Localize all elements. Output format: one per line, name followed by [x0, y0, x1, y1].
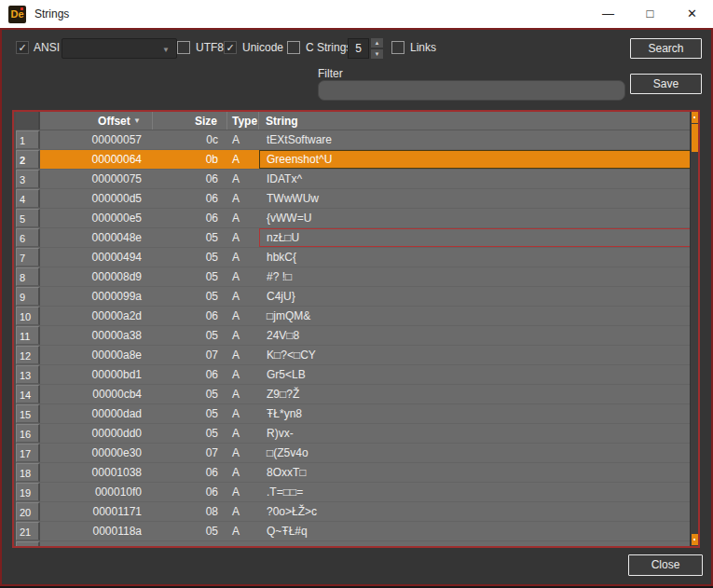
cell-offset[interactable]: 00000bd1 [40, 365, 153, 384]
cell-size[interactable]: 06 [153, 307, 227, 325]
row-number[interactable]: 10 [16, 307, 40, 325]
cell-size[interactable]: 06 [153, 483, 227, 501]
header-string[interactable]: String [259, 112, 698, 130]
cell-size[interactable]: 05 [153, 522, 227, 540]
cell-type[interactable]: A [227, 130, 259, 149]
table-row[interactable]: 5 000000e5 06 A {vWW=U [16, 209, 698, 228]
cell-string[interactable]: nzŁ□U [259, 228, 698, 247]
cell-string[interactable]: □(Z5v4o [259, 444, 698, 462]
cell-type[interactable]: A [227, 385, 259, 403]
table-row[interactable]: 4 000000d5 06 A TWwWUw [16, 189, 698, 209]
cell-offset[interactable]: 000008d9 [40, 267, 153, 286]
table-row[interactable]: 2 00000064 0b A Greenshot^U [16, 150, 698, 170]
cell-size[interactable]: 05 [153, 287, 227, 306]
header-offset[interactable]: Offset ▼ [40, 112, 153, 130]
cell-type[interactable]: A [227, 287, 259, 306]
table-row[interactable]: 8 000008d9 05 A #? !□ [16, 267, 698, 287]
cell-type[interactable]: A [227, 522, 259, 540]
cell-type[interactable]: A [227, 248, 259, 267]
cell-size[interactable]: 05 [153, 228, 227, 247]
table-row[interactable]: 11 00000a38 05 A 24V□8 [16, 326, 698, 346]
header-size[interactable]: Size [153, 112, 227, 130]
cell-string[interactable]: 24V□8 [259, 326, 698, 345]
cell-size[interactable]: 0c [153, 130, 227, 149]
cell-offset[interactable]: 00000cb4 [40, 385, 153, 403]
cell-offset[interactable]: 0000099a [40, 287, 153, 306]
cell-string[interactable]: S [259, 541, 698, 546]
minimize-button[interactable]: — [587, 0, 629, 28]
row-number[interactable]: 22 [16, 541, 40, 546]
cell-string[interactable]: TWwWUw [259, 189, 698, 208]
table-row[interactable]: 21 0000118a 05 A Q~ŦŁ#q [16, 522, 698, 541]
row-number[interactable]: 21 [16, 522, 40, 540]
cell-type[interactable]: A [227, 209, 259, 227]
maximize-button[interactable]: □ [629, 0, 671, 28]
cell-size[interactable]: 05 [153, 424, 227, 443]
cell-type[interactable]: A [227, 267, 259, 286]
cell-offset[interactable]: 00000a38 [40, 326, 153, 345]
search-button[interactable]: Search [630, 38, 702, 59]
table-row[interactable]: 15 00000dad 05 A ŦŁ*yn8 [16, 404, 698, 424]
cell-offset[interactable]: 000000d5 [40, 189, 153, 208]
cell-offset[interactable]: 000011a0 [40, 541, 153, 546]
cstrings-checkbox[interactable] [287, 41, 300, 54]
row-number[interactable]: 7 [16, 248, 40, 267]
row-number[interactable]: 17 [16, 444, 40, 462]
ansi-checkbox[interactable]: ✓ [16, 41, 29, 54]
cell-string[interactable]: #? !□ [259, 267, 698, 286]
min-length-value[interactable]: 5 [348, 38, 369, 59]
stepper-up-icon[interactable]: ▲ [371, 38, 383, 48]
cell-string[interactable]: IDATx^ [259, 170, 698, 188]
table-row[interactable]: 12 00000a8e 07 A K□?<□CY [16, 346, 698, 365]
stepper-down-icon[interactable]: ▼ [371, 49, 383, 59]
cell-string[interactable]: C4jU} [259, 287, 698, 306]
cell-string[interactable]: hbkC{ [259, 248, 698, 267]
table-row[interactable]: 16 00000dd0 05 A R)vx- [16, 424, 698, 444]
cell-size[interactable]: 07 [153, 444, 227, 462]
table-row[interactable]: 19 000010f0 06 A .T=□□= [16, 483, 698, 502]
cell-type[interactable]: A [227, 228, 259, 247]
row-number[interactable]: 13 [16, 365, 40, 384]
row-number[interactable]: 1 [16, 130, 40, 149]
cell-size[interactable]: 06 [153, 170, 227, 188]
table-row[interactable]: 1 00000057 0c A tEXtSoftware [16, 130, 698, 150]
cell-type[interactable]: A [227, 463, 259, 482]
cell-type[interactable]: A [227, 170, 259, 188]
cell-size[interactable]: 05 [153, 385, 227, 403]
cell-type[interactable]: A [227, 150, 259, 169]
cell-type[interactable]: A [227, 326, 259, 345]
cell-string[interactable]: ŦŁ*yn8 [259, 404, 698, 423]
close-button[interactable]: Close [628, 554, 703, 576]
cell-size[interactable]: 05 [153, 267, 227, 286]
utf8-checkbox[interactable] [177, 41, 190, 54]
table-row[interactable]: 20 00001171 08 A ?0o>ŁŽ>c [16, 502, 698, 522]
row-number[interactable]: 15 [16, 404, 40, 423]
cell-offset[interactable]: 00000a8e [40, 346, 153, 364]
row-number[interactable]: 2 [16, 150, 40, 169]
cell-string[interactable]: ?0o>ŁŽ>c [259, 502, 698, 521]
row-number[interactable]: 4 [16, 189, 40, 208]
cell-size[interactable]: 06 [153, 463, 227, 482]
cell-offset[interactable]: 00000057 [40, 130, 153, 149]
links-checkbox[interactable] [391, 41, 404, 54]
row-number[interactable]: 8 [16, 267, 40, 286]
cell-type[interactable]: A [227, 365, 259, 384]
cell-string[interactable]: Greenshot^U [259, 150, 698, 169]
scroll-down-icon[interactable] [692, 534, 698, 545]
cell-size[interactable]: 06 [153, 209, 227, 227]
table-row[interactable]: 9 0000099a 05 A C4jU} [16, 287, 698, 307]
cell-offset[interactable]: 00000494 [40, 248, 153, 267]
cell-string[interactable]: R)vx- [259, 424, 698, 443]
cell-type[interactable]: A [227, 541, 259, 546]
cell-size[interactable]: 06 [153, 365, 227, 384]
cell-type[interactable]: A [227, 424, 259, 443]
titlebar[interactable]: De Strings — □ ✕ [0, 0, 713, 28]
cell-type[interactable]: A [227, 502, 259, 521]
cell-type[interactable]: A [227, 444, 259, 462]
table-row[interactable]: 6 0000048e 05 A nzŁ□U [16, 228, 698, 248]
cell-offset[interactable]: 000010f0 [40, 483, 153, 501]
unicode-checkbox[interactable]: ✓ [224, 41, 237, 54]
encoding-dropdown[interactable]: ▼ [62, 38, 177, 59]
cell-size[interactable]: 0b [153, 150, 227, 169]
table-row[interactable]: 3 00000075 06 A IDATx^ [16, 170, 698, 189]
